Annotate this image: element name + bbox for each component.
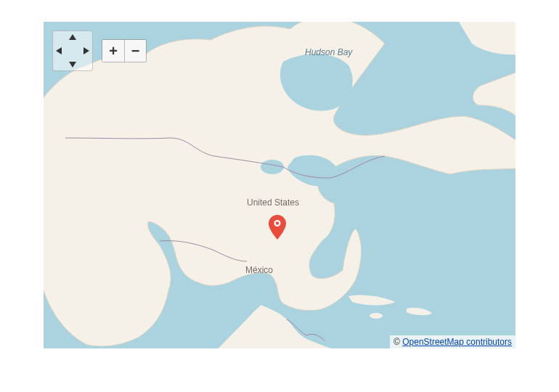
zoom-out-button[interactable]: −: [124, 40, 146, 62]
zoom-in-button[interactable]: +: [102, 40, 124, 62]
attribution: © OpenStreetMap contributors: [390, 335, 515, 348]
attribution-link[interactable]: OpenStreetMap contributors: [402, 337, 512, 347]
svg-point-1: [261, 160, 284, 174]
pan-control: [52, 30, 93, 71]
zoom-control: + −: [102, 39, 147, 62]
map-viewport[interactable]: Hudson Bay United States México + − © Op…: [44, 22, 515, 348]
pan-down-button[interactable]: [69, 62, 76, 68]
svg-point-0: [370, 313, 383, 319]
map-land-layer: [44, 22, 515, 348]
attribution-prefix: ©: [393, 337, 402, 347]
pan-left-button[interactable]: [56, 47, 62, 54]
pan-right-button[interactable]: [83, 47, 89, 54]
pan-up-button[interactable]: [69, 34, 76, 40]
